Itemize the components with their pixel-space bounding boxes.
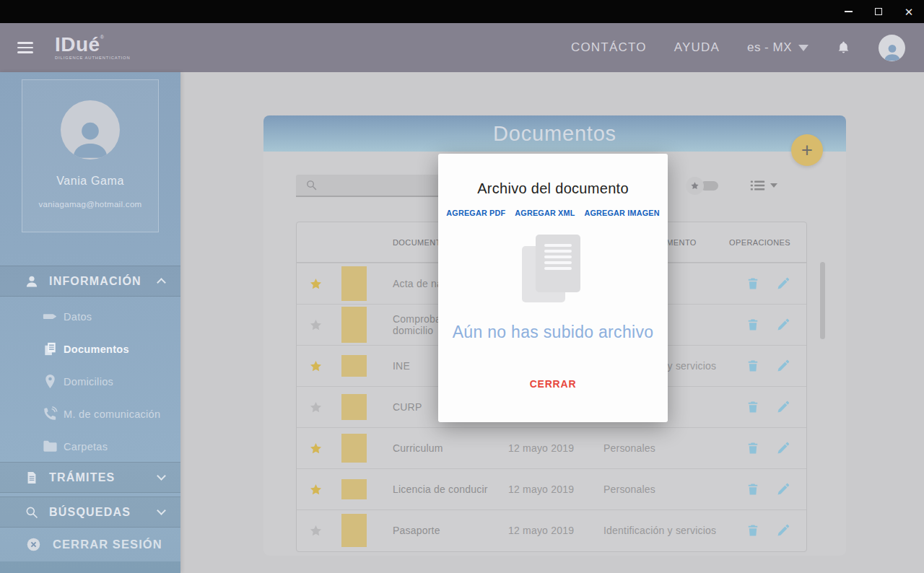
delete-icon[interactable] [746,276,760,291]
minimize-button[interactable] [833,0,863,23]
view-mode-selector[interactable] [750,180,777,191]
edit-icon[interactable] [776,318,790,332]
person-icon [66,116,114,159]
document-name: Curriculum [391,442,508,454]
delete-icon[interactable] [746,441,760,455]
chevron-down-icon [798,45,808,51]
star-icon[interactable] [309,359,323,373]
star-icon[interactable] [309,442,323,455]
language-label: es - MX [747,40,792,55]
page-title: Documentos [493,122,616,146]
document-category: Personales [603,484,727,495]
documents-icon [42,341,58,357]
table-row[interactable]: Curriculum 12 mayo 2019 Personales [297,427,806,468]
sidebar-item-documentos[interactable]: Documentos [0,333,180,365]
chevron-up-icon [157,278,166,287]
edit-icon[interactable] [776,276,790,291]
file-icon [25,471,39,485]
delete-icon[interactable] [746,400,760,414]
nav-contact[interactable]: CONTÁCTO [571,40,647,55]
document-thumbnail[interactable] [341,355,367,377]
profile-avatar [61,100,120,159]
document-name: Pasaporte [391,525,508,536]
add-document-button[interactable]: + [791,134,823,166]
logo-text: IDué [55,33,100,56]
sidebar-item-datos[interactable]: Datos [0,300,180,333]
document-thumbnail[interactable] [341,307,367,343]
document-thumbnail[interactable] [341,394,367,420]
sidebar-item-label: Carpetas [64,441,108,452]
delete-icon[interactable] [746,359,760,373]
edit-icon[interactable] [776,482,790,497]
add-pdf-button[interactable]: AGREGAR PDF [446,209,505,217]
section-label: TRÁMITES [49,471,115,484]
chevron-down-icon [770,183,777,188]
star-icon[interactable] [309,524,323,538]
sidebar-item-label: Datos [64,311,92,323]
close-button[interactable]: ✕ [894,0,924,23]
sidebar-item-domicilios[interactable]: Domicilios [0,365,180,398]
chevron-down-icon [157,471,166,481]
add-xml-button[interactable]: AGREGAR XML [515,209,575,217]
logout-button[interactable]: CERRAR SESIÓN [0,528,180,560]
sidebar-item-medios-comunicacion[interactable]: M. de comunicación [0,398,180,430]
delete-icon[interactable] [746,318,760,332]
menu-icon[interactable] [17,42,33,53]
sidebar-item-label: M. de comunicación [64,408,160,420]
search-icon [25,505,39,520]
app-logo: IDué® DILIGENCE AUTHENTICATION [55,35,131,61]
document-thumbnail[interactable] [341,434,367,463]
app-header: IDué® DILIGENCE AUTHENTICATION CONTÁCTO … [0,23,924,72]
star-icon[interactable] [309,401,323,414]
list-view-icon [750,180,765,191]
notifications-bell-icon[interactable] [836,40,851,56]
section-label: BÚSQUEDAS [49,506,131,519]
logout-label: CERRAR SESIÓN [53,538,162,551]
sidebar-section-informacion[interactable]: INFORMACIÓN [0,266,180,297]
search-icon [305,179,318,191]
edit-icon[interactable] [776,441,790,455]
window-title-bar: ✕ [0,0,924,23]
profile-card: Vania Gama vaniagamag@hotmail.com [22,79,159,232]
star-icon[interactable] [309,318,323,332]
document-date: 12 mayo 2019 [508,484,603,495]
star-icon[interactable] [309,483,323,497]
sidebar-section-busquedas[interactable]: BÚSQUEDAS [0,497,180,528]
nav-help[interactable]: AYUDA [674,40,720,55]
document-file-modal: Archivo del documento AGREGAR PDF AGREGA… [438,154,668,422]
modal-close-button[interactable]: CERRAR [530,378,577,390]
edit-icon[interactable] [776,400,790,414]
maximize-button[interactable] [863,0,894,23]
logo-tagline: DILIGENCE AUTHENTICATION [55,56,131,61]
logo-registered-mark: ® [100,35,104,40]
delete-icon[interactable] [746,523,760,538]
sidebar: Vania Gama vaniagamag@hotmail.com INFORM… [0,72,180,573]
profile-name: Vania Gama [56,175,124,188]
document-date: 12 mayo 2019 [508,442,603,454]
add-image-button[interactable]: AGREGAR IMAGEN [584,209,659,217]
user-avatar[interactable] [879,35,905,61]
star-icon[interactable] [309,277,323,291]
table-row[interactable]: Licencia de conducir 12 mayo 2019 Person… [297,468,806,509]
sidebar-item-carpetas[interactable]: Carpetas [0,430,180,463]
edit-icon[interactable] [776,359,790,373]
document-thumbnail[interactable] [341,479,367,499]
language-selector[interactable]: es - MX [747,40,808,55]
profile-email: vaniagamag@hotmail.com [39,200,142,209]
map-pin-icon [42,373,58,390]
delete-icon[interactable] [746,482,760,497]
favorites-filter-toggle[interactable] [686,177,718,195]
star-icon [686,177,704,195]
sidebar-section-tramites[interactable]: TRÁMITES [0,462,180,493]
folder-icon [42,438,58,455]
sidebar-item-label: Documentos [64,344,129,355]
empty-documents-icon [522,235,584,304]
edit-icon[interactable] [776,523,790,538]
close-circle-icon [26,537,41,552]
document-category: Personales [603,442,727,454]
scrollbar-thumb[interactable] [820,262,825,339]
empty-state-message: Aún no has subido archivo [438,323,668,342]
table-row[interactable]: Pasaporte 12 mayo 2019 Identificación y … [297,509,806,551]
document-thumbnail[interactable] [341,514,367,547]
document-thumbnail[interactable] [341,266,367,301]
